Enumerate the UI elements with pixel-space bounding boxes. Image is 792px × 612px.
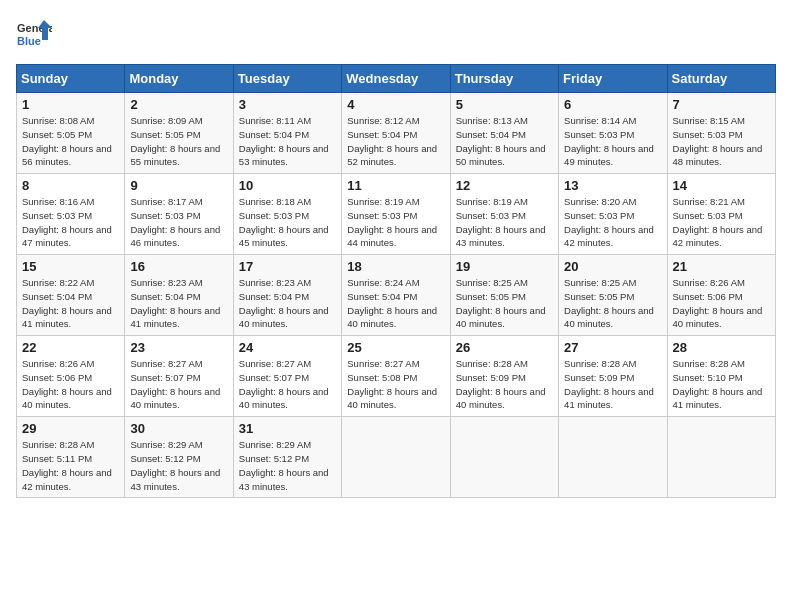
day-number: 6	[564, 97, 661, 112]
day-info: Sunrise: 8:16 AM Sunset: 5:03 PM Dayligh…	[22, 195, 119, 250]
day-number: 10	[239, 178, 336, 193]
day-info: Sunrise: 8:19 AM Sunset: 5:03 PM Dayligh…	[456, 195, 553, 250]
day-number: 3	[239, 97, 336, 112]
calendar-cell: 3 Sunrise: 8:11 AM Sunset: 5:04 PM Dayli…	[233, 93, 341, 174]
calendar-cell	[667, 417, 775, 498]
calendar-cell: 28 Sunrise: 8:28 AM Sunset: 5:10 PM Dayl…	[667, 336, 775, 417]
day-number: 17	[239, 259, 336, 274]
day-info: Sunrise: 8:15 AM Sunset: 5:03 PM Dayligh…	[673, 114, 770, 169]
calendar-cell: 21 Sunrise: 8:26 AM Sunset: 5:06 PM Dayl…	[667, 255, 775, 336]
calendar-cell	[450, 417, 558, 498]
week-row-2: 8 Sunrise: 8:16 AM Sunset: 5:03 PM Dayli…	[17, 174, 776, 255]
day-number: 13	[564, 178, 661, 193]
day-info: Sunrise: 8:27 AM Sunset: 5:08 PM Dayligh…	[347, 357, 444, 412]
day-info: Sunrise: 8:25 AM Sunset: 5:05 PM Dayligh…	[456, 276, 553, 331]
day-info: Sunrise: 8:14 AM Sunset: 5:03 PM Dayligh…	[564, 114, 661, 169]
day-header-sunday: Sunday	[17, 65, 125, 93]
day-number: 11	[347, 178, 444, 193]
calendar-cell: 14 Sunrise: 8:21 AM Sunset: 5:03 PM Dayl…	[667, 174, 775, 255]
day-number: 7	[673, 97, 770, 112]
calendar-cell: 12 Sunrise: 8:19 AM Sunset: 5:03 PM Dayl…	[450, 174, 558, 255]
calendar-cell: 15 Sunrise: 8:22 AM Sunset: 5:04 PM Dayl…	[17, 255, 125, 336]
calendar-cell: 30 Sunrise: 8:29 AM Sunset: 5:12 PM Dayl…	[125, 417, 233, 498]
header: General Blue	[16, 16, 776, 52]
day-number: 12	[456, 178, 553, 193]
day-number: 4	[347, 97, 444, 112]
day-info: Sunrise: 8:22 AM Sunset: 5:04 PM Dayligh…	[22, 276, 119, 331]
day-info: Sunrise: 8:17 AM Sunset: 5:03 PM Dayligh…	[130, 195, 227, 250]
calendar-cell: 16 Sunrise: 8:23 AM Sunset: 5:04 PM Dayl…	[125, 255, 233, 336]
day-info: Sunrise: 8:09 AM Sunset: 5:05 PM Dayligh…	[130, 114, 227, 169]
day-number: 28	[673, 340, 770, 355]
calendar-cell: 8 Sunrise: 8:16 AM Sunset: 5:03 PM Dayli…	[17, 174, 125, 255]
day-number: 16	[130, 259, 227, 274]
day-info: Sunrise: 8:28 AM Sunset: 5:10 PM Dayligh…	[673, 357, 770, 412]
calendar-cell: 10 Sunrise: 8:18 AM Sunset: 5:03 PM Dayl…	[233, 174, 341, 255]
header-row: SundayMondayTuesdayWednesdayThursdayFrid…	[17, 65, 776, 93]
day-info: Sunrise: 8:19 AM Sunset: 5:03 PM Dayligh…	[347, 195, 444, 250]
calendar-cell: 9 Sunrise: 8:17 AM Sunset: 5:03 PM Dayli…	[125, 174, 233, 255]
day-number: 5	[456, 97, 553, 112]
logo-svg: General Blue	[16, 16, 52, 52]
day-info: Sunrise: 8:27 AM Sunset: 5:07 PM Dayligh…	[130, 357, 227, 412]
day-number: 25	[347, 340, 444, 355]
day-number: 26	[456, 340, 553, 355]
day-header-tuesday: Tuesday	[233, 65, 341, 93]
day-info: Sunrise: 8:28 AM Sunset: 5:09 PM Dayligh…	[456, 357, 553, 412]
day-info: Sunrise: 8:21 AM Sunset: 5:03 PM Dayligh…	[673, 195, 770, 250]
day-number: 31	[239, 421, 336, 436]
calendar-cell: 31 Sunrise: 8:29 AM Sunset: 5:12 PM Dayl…	[233, 417, 341, 498]
calendar-cell: 6 Sunrise: 8:14 AM Sunset: 5:03 PM Dayli…	[559, 93, 667, 174]
day-number: 15	[22, 259, 119, 274]
day-number: 23	[130, 340, 227, 355]
day-info: Sunrise: 8:11 AM Sunset: 5:04 PM Dayligh…	[239, 114, 336, 169]
week-row-1: 1 Sunrise: 8:08 AM Sunset: 5:05 PM Dayli…	[17, 93, 776, 174]
day-number: 2	[130, 97, 227, 112]
calendar-cell: 7 Sunrise: 8:15 AM Sunset: 5:03 PM Dayli…	[667, 93, 775, 174]
week-row-3: 15 Sunrise: 8:22 AM Sunset: 5:04 PM Dayl…	[17, 255, 776, 336]
day-number: 14	[673, 178, 770, 193]
day-number: 1	[22, 97, 119, 112]
day-number: 20	[564, 259, 661, 274]
calendar-cell	[559, 417, 667, 498]
day-info: Sunrise: 8:28 AM Sunset: 5:11 PM Dayligh…	[22, 438, 119, 493]
calendar-cell: 4 Sunrise: 8:12 AM Sunset: 5:04 PM Dayli…	[342, 93, 450, 174]
day-number: 21	[673, 259, 770, 274]
day-header-wednesday: Wednesday	[342, 65, 450, 93]
day-header-monday: Monday	[125, 65, 233, 93]
day-info: Sunrise: 8:29 AM Sunset: 5:12 PM Dayligh…	[130, 438, 227, 493]
day-info: Sunrise: 8:12 AM Sunset: 5:04 PM Dayligh…	[347, 114, 444, 169]
day-info: Sunrise: 8:08 AM Sunset: 5:05 PM Dayligh…	[22, 114, 119, 169]
day-header-thursday: Thursday	[450, 65, 558, 93]
svg-text:Blue: Blue	[17, 35, 41, 47]
day-number: 29	[22, 421, 119, 436]
day-info: Sunrise: 8:13 AM Sunset: 5:04 PM Dayligh…	[456, 114, 553, 169]
week-row-5: 29 Sunrise: 8:28 AM Sunset: 5:11 PM Dayl…	[17, 417, 776, 498]
calendar-cell: 13 Sunrise: 8:20 AM Sunset: 5:03 PM Dayl…	[559, 174, 667, 255]
day-number: 22	[22, 340, 119, 355]
day-number: 24	[239, 340, 336, 355]
day-info: Sunrise: 8:26 AM Sunset: 5:06 PM Dayligh…	[22, 357, 119, 412]
calendar-cell: 18 Sunrise: 8:24 AM Sunset: 5:04 PM Dayl…	[342, 255, 450, 336]
day-info: Sunrise: 8:29 AM Sunset: 5:12 PM Dayligh…	[239, 438, 336, 493]
day-header-saturday: Saturday	[667, 65, 775, 93]
logo: General Blue	[16, 16, 52, 52]
calendar-cell: 26 Sunrise: 8:28 AM Sunset: 5:09 PM Dayl…	[450, 336, 558, 417]
day-info: Sunrise: 8:18 AM Sunset: 5:03 PM Dayligh…	[239, 195, 336, 250]
day-header-friday: Friday	[559, 65, 667, 93]
day-number: 19	[456, 259, 553, 274]
calendar-cell: 11 Sunrise: 8:19 AM Sunset: 5:03 PM Dayl…	[342, 174, 450, 255]
day-info: Sunrise: 8:28 AM Sunset: 5:09 PM Dayligh…	[564, 357, 661, 412]
calendar-cell: 17 Sunrise: 8:23 AM Sunset: 5:04 PM Dayl…	[233, 255, 341, 336]
day-number: 27	[564, 340, 661, 355]
day-number: 30	[130, 421, 227, 436]
day-info: Sunrise: 8:24 AM Sunset: 5:04 PM Dayligh…	[347, 276, 444, 331]
calendar-cell: 22 Sunrise: 8:26 AM Sunset: 5:06 PM Dayl…	[17, 336, 125, 417]
calendar-cell: 27 Sunrise: 8:28 AM Sunset: 5:09 PM Dayl…	[559, 336, 667, 417]
calendar-cell: 20 Sunrise: 8:25 AM Sunset: 5:05 PM Dayl…	[559, 255, 667, 336]
day-info: Sunrise: 8:26 AM Sunset: 5:06 PM Dayligh…	[673, 276, 770, 331]
calendar-cell: 25 Sunrise: 8:27 AM Sunset: 5:08 PM Dayl…	[342, 336, 450, 417]
calendar-cell: 29 Sunrise: 8:28 AM Sunset: 5:11 PM Dayl…	[17, 417, 125, 498]
day-info: Sunrise: 8:23 AM Sunset: 5:04 PM Dayligh…	[239, 276, 336, 331]
day-info: Sunrise: 8:27 AM Sunset: 5:07 PM Dayligh…	[239, 357, 336, 412]
